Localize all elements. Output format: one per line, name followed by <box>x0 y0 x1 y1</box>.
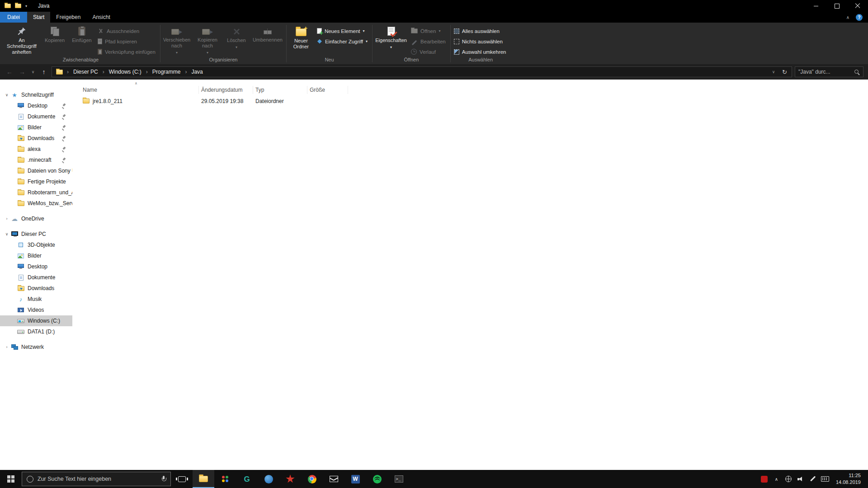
sidebar-item-pc-dokumente[interactable]: Dokumente <box>0 272 72 283</box>
history-dropdown-icon[interactable]: ∨ <box>30 70 36 74</box>
hidden-icons-chevron[interactable]: ∧ <box>770 477 783 482</box>
up-icon[interactable]: ↑ <box>39 68 49 75</box>
chevron-right-icon[interactable]: › <box>4 345 10 349</box>
properties-button[interactable]: Eigenschaften ▾ <box>374 24 408 56</box>
sidebar-item-pc-downloads[interactable]: Downloads <box>0 283 72 294</box>
minimize-button[interactable] <box>806 0 826 12</box>
sidebar-item-dateien-von-sony[interactable]: Dateien von Sony U <box>0 165 72 176</box>
qat-folder-icon[interactable] <box>15 4 21 8</box>
sidebar-item-fertige-projekte[interactable]: Fertige Projekte <box>0 176 72 187</box>
volume-button[interactable] <box>795 476 807 482</box>
taskbar-spotify[interactable] <box>366 470 388 488</box>
sidebar-item-roboterarm[interactable]: Roboterarm_und_A <box>0 187 72 198</box>
sidebar-item-wemos[interactable]: WeMos_bzw._Serve <box>0 198 72 209</box>
paste-button[interactable]: Einfügen <box>69 24 95 56</box>
sidebar-item-netzwerk[interactable]: › Netzwerk <box>0 342 72 352</box>
sidebar-item-windows-c[interactable]: Windows (C:) <box>0 315 72 326</box>
sidebar-item-3d-objekte[interactable]: 3D-Objekte <box>0 239 72 250</box>
taskbar-console[interactable]: >_ <box>388 470 410 488</box>
forward-icon[interactable]: → <box>17 68 27 75</box>
qat-customize-dropdown-icon[interactable]: ▾ <box>25 4 27 8</box>
sidebar-item-dokumente[interactable]: Dokumente <box>0 111 72 122</box>
pen-tray-button[interactable] <box>807 476 819 482</box>
sidebar-item-pc-desktop[interactable]: Desktop <box>0 261 72 272</box>
taskbar-clock[interactable]: 11:25 14.08.2019 <box>831 472 865 486</box>
group-label-clipboard: Zwischenablage <box>3 56 159 64</box>
sidebar-item-videos[interactable]: Videos <box>0 305 72 315</box>
easy-access-button[interactable]: Einfacher Zugriff ▾ <box>315 37 371 46</box>
cut-button[interactable]: Ausschneiden <box>96 26 159 36</box>
maximize-button[interactable] <box>826 0 847 12</box>
tab-start[interactable]: Start <box>27 12 50 23</box>
sidebar-item-bilder[interactable]: Bilder <box>0 122 72 133</box>
task-view-button[interactable] <box>171 470 193 488</box>
search-icon[interactable] <box>854 69 860 75</box>
column-header-size[interactable]: Größe <box>307 86 348 94</box>
document-icon <box>16 114 25 120</box>
taskbar-chrome[interactable] <box>301 470 323 488</box>
tab-freigeben[interactable]: Freigeben <box>50 12 86 23</box>
breadcrumb-windows-c[interactable]: Windows (C:) <box>105 69 145 75</box>
sidebar-item-musik[interactable]: ♪ Musik <box>0 294 72 305</box>
select-all-button[interactable]: Alles auswählen <box>452 26 509 36</box>
invert-selection-button[interactable]: Auswahl umkehren <box>452 47 509 56</box>
sidebar-item-alexa[interactable]: alexa <box>0 144 72 155</box>
taskbar-app-blue[interactable] <box>258 470 279 488</box>
copy-path-button[interactable]: Pfad kopieren <box>96 37 159 46</box>
column-header-date[interactable]: Änderungsdatum <box>199 86 253 94</box>
tab-ansicht[interactable]: Ansicht <box>86 12 116 23</box>
taskbar-search[interactable]: Zur Suche Text hier eingeben <box>22 472 171 486</box>
new-item-button[interactable]: Neues Element ▾ <box>315 26 371 36</box>
taskbar-mail[interactable] <box>323 470 344 488</box>
edit-button[interactable]: Bearbeiten <box>409 37 449 46</box>
refresh-icon[interactable]: ↻ <box>782 69 787 75</box>
chevron-down-icon[interactable]: ∨ <box>4 93 10 97</box>
touch-keyboard-button[interactable] <box>819 476 831 482</box>
paste-shortcut-button[interactable]: Verknüpfung einfügen <box>96 47 159 56</box>
sidebar-item-desktop[interactable]: Desktop <box>0 100 72 111</box>
address-field[interactable]: › Dieser PC › Windows (C:) › Programme ›… <box>52 66 792 77</box>
close-button[interactable] <box>847 0 868 12</box>
sidebar-item-this-pc[interactable]: ∨ Dieser PC <box>0 229 72 239</box>
sidebar-item-downloads[interactable]: Downloads <box>0 133 72 144</box>
sidebar-item-pc-bilder[interactable]: Bilder <box>0 250 72 261</box>
tray-red-app[interactable] <box>758 476 770 483</box>
taskbar-app-dots[interactable] <box>214 470 236 488</box>
back-icon[interactable]: ← <box>5 68 14 75</box>
sidebar-item-quick-access[interactable]: ∨ ★ Schnellzugriff <box>0 89 72 100</box>
pin-to-quick-access-button[interactable]: An Schnellzugriff anheften <box>3 24 41 56</box>
history-button[interactable]: Verlauf <box>409 47 449 56</box>
red-app-icon <box>761 476 768 483</box>
address-dropdown-icon[interactable]: ∨ <box>770 70 777 74</box>
microphone-icon[interactable] <box>161 476 166 483</box>
sidebar-item-data1-d[interactable]: DATA1 (D:) <box>0 326 72 337</box>
column-header-type[interactable]: Typ <box>253 86 307 94</box>
copy-to-button[interactable]: Kopieren nach ▾ <box>193 24 222 56</box>
taskbar-word[interactable]: W <box>344 470 366 488</box>
file-row[interactable]: jre1.8.0_211 29.05.2019 19:38 Dateiordne… <box>72 95 868 107</box>
open-button[interactable]: Öffnen ▾ <box>409 26 449 36</box>
new-folder-button[interactable]: Neuer Ordner <box>288 24 314 56</box>
move-to-button[interactable]: Verschieben nach ▾ <box>162 24 192 56</box>
chevron-right-icon[interactable]: › <box>4 216 10 221</box>
tab-datei[interactable]: Datei <box>0 12 27 23</box>
help-icon[interactable]: ? <box>856 14 863 21</box>
column-header-name[interactable]: Name <box>80 86 199 94</box>
breadcrumb-programme[interactable]: Programme <box>149 69 184 75</box>
select-none-button[interactable]: Nichts auswählen <box>452 37 509 46</box>
delete-button[interactable]: Löschen ▾ <box>223 24 250 56</box>
start-button[interactable] <box>0 470 22 488</box>
breadcrumb-java[interactable]: Java <box>188 69 206 75</box>
network-tray-button[interactable] <box>783 476 795 482</box>
breadcrumb-this-pc[interactable]: Dieser PC <box>70 69 102 75</box>
taskbar-file-explorer[interactable] <box>193 470 214 488</box>
collapse-ribbon-icon[interactable]: ∧ <box>846 15 849 20</box>
chevron-down-icon[interactable]: ∨ <box>4 232 10 236</box>
copy-button[interactable]: Kopieren <box>42 24 68 56</box>
taskbar-app-g[interactable]: G <box>236 470 258 488</box>
rename-button[interactable]: Umbenennen <box>250 24 285 56</box>
search-input[interactable]: "Java" durc... <box>795 66 863 77</box>
sidebar-item-minecraft[interactable]: .minecraft <box>0 155 72 165</box>
sidebar-item-onedrive[interactable]: › ☁ OneDrive <box>0 213 72 224</box>
taskbar-app-red[interactable] <box>279 470 301 488</box>
